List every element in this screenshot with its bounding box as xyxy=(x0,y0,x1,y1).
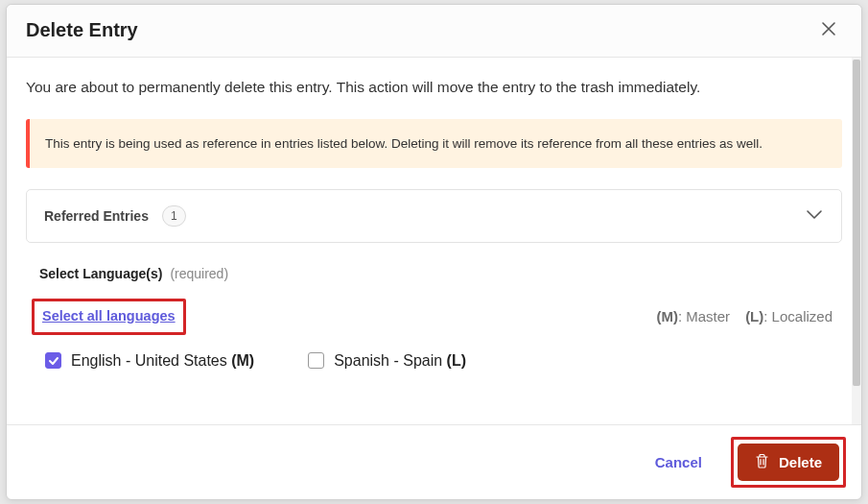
checkbox-checked-icon[interactable] xyxy=(45,352,61,369)
language-label: Spanish - Spain (L) xyxy=(334,352,466,370)
modal-body: You are about to permanently delete this… xyxy=(7,58,861,424)
referred-left: Referred Entries 1 xyxy=(44,205,186,227)
language-option-en-us[interactable]: English - United States (M) xyxy=(45,352,254,370)
legend-master: (M): Master xyxy=(656,308,730,324)
highlight-delete: Delete xyxy=(731,437,846,488)
checkbox-unchecked-icon[interactable] xyxy=(308,352,324,369)
highlight-select-all: Select all languages xyxy=(32,299,186,335)
trash-icon xyxy=(755,453,769,471)
language-legend: (M): Master (L): Localized xyxy=(656,308,833,324)
warning-banner: This entry is being used as reference in… xyxy=(26,119,842,168)
modal-title: Delete Entry xyxy=(26,19,138,41)
language-section-header: Select Language(s) (required) xyxy=(26,266,842,281)
close-icon xyxy=(820,20,837,40)
delete-button[interactable]: Delete xyxy=(738,444,839,481)
delete-button-label: Delete xyxy=(779,454,822,470)
scrollbar-thumb[interactable] xyxy=(853,60,860,386)
modal-header: Delete Entry xyxy=(7,5,861,58)
select-all-languages-link[interactable]: Select all languages xyxy=(42,308,176,324)
chevron-down-icon xyxy=(805,207,824,225)
language-controls-row: Select all languages (M): Master (L): Lo… xyxy=(26,299,842,335)
cancel-button[interactable]: Cancel xyxy=(645,446,712,478)
intro-text: You are about to permanently delete this… xyxy=(26,77,842,98)
referred-count-badge: 1 xyxy=(162,205,186,227)
delete-entry-modal: Delete Entry You are about to permanentl… xyxy=(6,4,862,500)
referred-entries-toggle[interactable]: Referred Entries 1 xyxy=(26,189,842,243)
warning-text: This entry is being used as reference in… xyxy=(45,136,762,151)
language-option-es-es[interactable]: Spanish - Spain (L) xyxy=(308,352,466,370)
scrollbar[interactable] xyxy=(852,58,861,424)
referred-label: Referred Entries xyxy=(44,208,149,224)
required-hint: (required) xyxy=(170,266,228,281)
modal-footer: Cancel Delete xyxy=(7,424,861,499)
legend-localized: (L): Localized xyxy=(745,308,833,324)
close-button[interactable] xyxy=(815,16,842,43)
language-section-label: Select Language(s) xyxy=(39,266,162,281)
language-label: English - United States (M) xyxy=(71,352,254,370)
language-checkbox-row: English - United States (M) Spanish - Sp… xyxy=(26,352,842,370)
